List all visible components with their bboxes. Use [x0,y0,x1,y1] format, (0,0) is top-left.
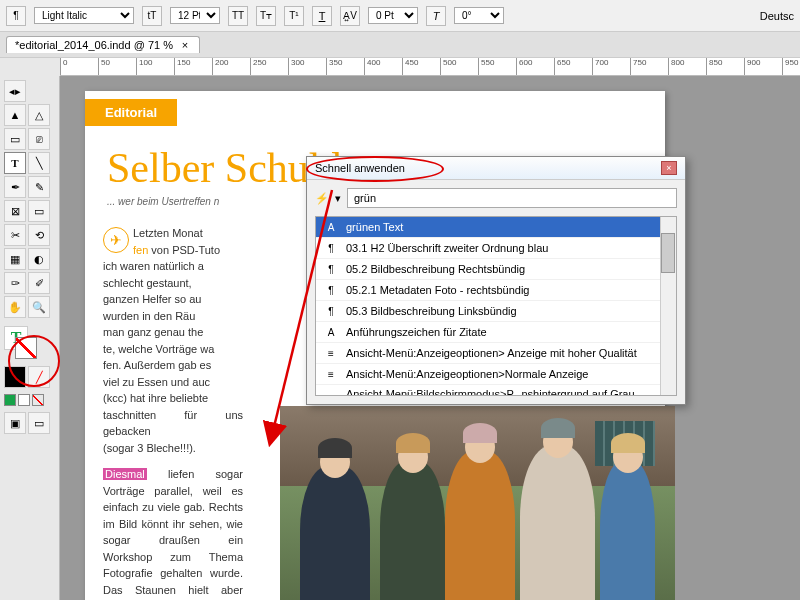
kerning-icon: A͍V [340,6,360,26]
font-size-select[interactable]: 12 Pt [170,7,220,24]
style-type-icon: A [324,325,338,339]
style-type-icon: ¶ [324,283,338,297]
highlighted-word[interactable]: Diesmal [103,468,147,480]
tab-label: *editorial_2014_06.indd @ 71 % [15,39,173,51]
quick-apply-item[interactable]: ≡Ansicht-Menü:Anzeigeoptionen> Anzeige m… [316,343,676,364]
quick-apply-item[interactable]: ¶03.1 H2 Überschrift zweiter Ordnung bla… [316,238,676,259]
handle-icon[interactable]: ◂▸ [4,80,26,102]
tools-panel: ◂▸ ▲ △ ▭ ⎚ T ╲ ✒ ✎ ⊠ ▭ ✂ ⟲ ▦ ◐ ✑ [0,76,60,600]
rectangle-tool[interactable]: ▭ [28,200,50,222]
pencil-tool[interactable]: ✎ [28,176,50,198]
style-type-icon: ≡ [324,367,338,381]
item-label: Anführungszeichen für Zitate [346,326,487,338]
kerning-select[interactable]: 0 Pt [368,7,418,24]
scrollbar[interactable] [660,217,676,395]
quick-apply-dialog: Schnell anwenden × ⚡ ▾ Agrünen Text¶03.1… [306,156,686,405]
src-text: von PSD-Tuto [148,244,220,256]
gradient-swatch-tool[interactable]: ▦ [4,248,26,270]
smallcaps-icon[interactable]: Tᴛ [256,6,276,26]
item-label: grünen Text [346,221,403,233]
close-icon[interactable]: × [661,161,677,175]
zoom-tool[interactable]: 🔍 [28,296,50,318]
quick-apply-item[interactable]: ≡Ansicht-Menü:Bildschirmmodus>P...nshint… [316,385,676,396]
gap-tool[interactable]: ⎚ [28,128,50,150]
superscript-icon[interactable]: T¹ [284,6,304,26]
fill-swatch[interactable]: T [4,326,28,350]
quick-apply-item[interactable]: ≡Ansicht-Menü:Anzeigeoptionen>Normale An… [316,364,676,385]
horizontal-ruler: 0501001502002503003504004505005506006507… [60,58,800,76]
style-type-icon: ¶ [324,262,338,276]
swatch-white[interactable] [18,394,30,406]
quick-apply-item[interactable]: ¶05.2 Bildbeschreibung Rechtsbündig [316,259,676,280]
rotation-select[interactable]: 0° [454,7,504,24]
skew-icon: T [426,6,446,26]
allcaps-icon[interactable]: TT [228,6,248,26]
document-tabs: *editorial_2014_06.indd @ 71 % × [0,32,800,58]
eyedropper-tool[interactable]: ✐ [28,272,50,294]
size-icon: tT [142,6,162,26]
direct-selection-tool[interactable]: △ [28,104,50,126]
view-normal[interactable]: ▣ [4,412,26,434]
item-label: Ansicht-Menü:Anzeigeoptionen>Normale Anz… [346,368,588,380]
quick-apply-results: Agrünen Text¶03.1 H2 Überschrift zweiter… [315,216,677,396]
body-text-2: liefen sogar Vorträge parallel, weil es … [103,468,243,600]
photo-frame [280,406,675,600]
dialog-title: Schnell anwenden [315,162,405,174]
para-style-icon[interactable]: ¶ [6,6,26,26]
style-type-icon: ≡ [324,346,338,360]
control-bar: ¶ Light Italic tT 12 Pt TT Tᴛ T¹ T A͍V 0… [0,0,800,32]
section-tab: Editorial [85,99,177,126]
style-type-icon: A [324,220,338,234]
style-type-icon: ¶ [324,241,338,255]
language-label: Deutsc [760,10,794,22]
quick-apply-item[interactable]: ¶05.2.1 Metadaten Foto - rechtsbündig [316,280,676,301]
swatch-none[interactable] [32,394,44,406]
lightning-icon[interactable]: ⚡ [315,192,329,205]
style-type-icon: ≡ [324,393,338,396]
transform-tool[interactable]: ⟲ [28,224,50,246]
font-variant-select[interactable]: Light Italic [34,7,134,24]
type-tool[interactable]: T [4,152,26,174]
item-label: Ansicht-Menü:Bildschirmmodus>P...nshinte… [346,388,668,396]
note-tool[interactable]: ✑ [4,272,26,294]
style-type-icon: ¶ [324,304,338,318]
item-label: 05.2 Bildbeschreibung Rechtsbündig [346,263,525,275]
rectangle-frame-tool[interactable]: ⊠ [4,200,26,222]
dialog-titlebar[interactable]: Schnell anwenden × [307,157,685,180]
quick-apply-item[interactable]: Agrünen Text [316,217,676,238]
chevron-down-icon[interactable]: ▾ [335,192,341,205]
link-text: fen [133,244,148,256]
page-tool[interactable]: ▭ [4,128,26,150]
lead-text: Letzten Monat [133,227,203,239]
quick-apply-item[interactable]: ¶05.3 Bildbeschreibung Linksbündig [316,301,676,322]
selection-tool[interactable]: ▲ [4,104,26,126]
underline-icon[interactable]: T [312,6,332,26]
dropcap-icon: ✈ [103,227,129,253]
body-text-1: ich waren natürlich a schlecht gestaunt,… [103,258,243,456]
apply-color[interactable] [4,366,26,388]
hand-tool[interactable]: ✋ [4,296,26,318]
item-label: 05.3 Bildbeschreibung Linksbündig [346,305,517,317]
quick-apply-search-input[interactable] [347,188,677,208]
swatch-green[interactable] [4,394,16,406]
item-label: 03.1 H2 Überschrift zweiter Ordnung blau [346,242,548,254]
scissors-tool[interactable]: ✂ [4,224,26,246]
gradient-feather-tool[interactable]: ◐ [28,248,50,270]
item-label: Ansicht-Menü:Anzeigeoptionen> Anzeige mi… [346,347,637,359]
pen-tool[interactable]: ✒ [4,176,26,198]
item-label: 05.2.1 Metadaten Foto - rechtsbündig [346,284,529,296]
close-icon[interactable]: × [179,39,191,51]
apply-none[interactable]: ╱ [28,366,50,388]
line-tool[interactable]: ╲ [28,152,50,174]
view-preview[interactable]: ▭ [28,412,50,434]
tab-editorial[interactable]: *editorial_2014_06.indd @ 71 % × [6,36,200,53]
column-1: ✈ Letzten Monat fen von PSD-Tuto ich war… [103,225,243,600]
quick-apply-item[interactable]: AAnführungszeichen für Zitate [316,322,676,343]
